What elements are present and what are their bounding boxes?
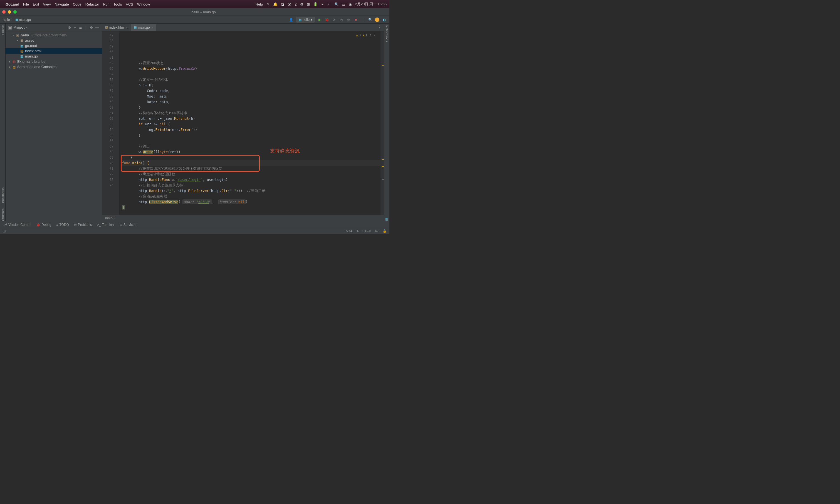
- line-number[interactable]: 71: [102, 166, 114, 172]
- line-number[interactable]: 66: [102, 138, 114, 144]
- tree-scratches[interactable]: ▸ ▤ Scratches and Consoles: [5, 64, 102, 70]
- datetime[interactable]: 2月20日 周一 16:56: [355, 2, 387, 7]
- tree-item[interactable]: ▦go.mod: [5, 43, 102, 48]
- notifications-tool-tab[interactable]: Notifications: [385, 25, 389, 42]
- chevron-right-icon[interactable]: ▸: [8, 60, 12, 63]
- line-number[interactable]: 73: [102, 177, 114, 182]
- inspections-up-icon[interactable]: ∧: [370, 33, 372, 38]
- battery-icon[interactable]: 🔋: [313, 2, 318, 6]
- bottom-tool-services[interactable]: ⊕Services: [120, 223, 136, 227]
- cluster-icon[interactable]: ⚭: [321, 2, 324, 6]
- editor-tab[interactable]: ▧index.html×: [102, 24, 131, 31]
- tree-item[interactable]: ▦main.go: [5, 54, 102, 59]
- menu-refactor[interactable]: Refactor: [85, 2, 99, 6]
- fold-strip[interactable]: [115, 31, 120, 215]
- breadcrumb-file[interactable]: main.go: [19, 18, 31, 22]
- line-number[interactable]: 56: [102, 83, 114, 88]
- code-line[interactable]: }: [122, 132, 380, 138]
- line-separator[interactable]: LF: [356, 230, 359, 233]
- editor-tab[interactable]: ▦main.go×: [131, 24, 156, 31]
- bottom-tool-debug[interactable]: 🐞Debug: [36, 223, 51, 227]
- close-tab-icon[interactable]: ×: [151, 25, 153, 30]
- close-tab-icon[interactable]: ×: [126, 25, 128, 30]
- code-line[interactable]: //将结构体转化成JSON字符串: [122, 110, 380, 116]
- line-number[interactable]: 72: [102, 172, 114, 177]
- project-tree[interactable]: ▾ ▣ hello ~/Code/goRoot/src/hello ▸▣asse…: [5, 31, 102, 221]
- select-opened-file-icon[interactable]: ⊙: [67, 25, 72, 30]
- line-number[interactable]: 47: [102, 33, 114, 38]
- tree-root[interactable]: ▾ ▣ hello ~/Code/goRoot/src/hello: [5, 33, 102, 38]
- ide-updates-icon[interactable]: [375, 18, 379, 22]
- indent-style[interactable]: Tab: [374, 230, 379, 233]
- stop-button[interactable]: ■: [353, 17, 358, 22]
- file-encoding[interactable]: UTF-8: [362, 230, 371, 233]
- menu-vcs[interactable]: VCS: [126, 2, 133, 6]
- toolbar-search-icon[interactable]: 🔍: [368, 17, 373, 22]
- db-icon[interactable]: ▥: [385, 217, 388, 221]
- line-number[interactable]: 48: [102, 38, 114, 43]
- code-line[interactable]: }: [122, 205, 380, 210]
- menu-help[interactable]: Help: [256, 2, 263, 6]
- code-line[interactable]: log.Println(err.Error()): [122, 127, 380, 132]
- run-button[interactable]: ▶: [317, 17, 322, 22]
- code-line[interactable]: //1.提供静态资源目录支持: [122, 182, 380, 188]
- menu-edit[interactable]: Edit: [33, 2, 39, 6]
- square-icon[interactable]: ◪: [281, 2, 284, 6]
- line-number[interactable]: 54: [102, 71, 114, 77]
- code-line[interactable]: [122, 210, 380, 215]
- gear-icon[interactable]: ⚙: [89, 25, 94, 30]
- bottom-tool-version-control[interactable]: ⎇Version Control: [3, 223, 31, 227]
- bell-icon[interactable]: 🔔: [273, 2, 278, 6]
- code-line[interactable]: h := H{: [122, 83, 380, 88]
- menu-navigate[interactable]: Navigate: [54, 2, 69, 6]
- line-number[interactable]: 63: [102, 122, 114, 127]
- minimize-window-button[interactable]: [8, 10, 11, 14]
- line-number[interactable]: 59: [102, 99, 114, 105]
- hide-panel-icon[interactable]: —: [94, 25, 100, 30]
- tuning-icon[interactable]: ⚙: [300, 2, 304, 6]
- tree-item[interactable]: ▸▣asset: [5, 38, 102, 43]
- readonly-lock-icon[interactable]: 🔓: [383, 229, 387, 233]
- editor-body[interactable]: 47484950515253545556575859606162636465▶6…: [102, 31, 384, 215]
- expand-all-icon[interactable]: ≡: [72, 25, 78, 30]
- line-number[interactable]: 65▶: [102, 132, 114, 138]
- line-number[interactable]: 69: [102, 155, 114, 160]
- chevron-right-icon[interactable]: ▸: [16, 39, 19, 42]
- tabs-more-icon[interactable]: ⋮: [375, 24, 384, 31]
- line-number[interactable]: 74: [102, 182, 114, 188]
- line-number[interactable]: 70: [102, 160, 114, 166]
- wechat-icon[interactable]: ⦿: [288, 2, 291, 6]
- menu-code[interactable]: Code: [73, 2, 82, 6]
- code-line[interactable]: ret, err := json.Marshal(h): [122, 116, 380, 122]
- line-number[interactable]: 62: [102, 116, 114, 122]
- user-add-icon[interactable]: 👤: [289, 17, 294, 22]
- bookmarks-tool-tab[interactable]: Bookmarks: [1, 187, 4, 203]
- ide-settings-icon[interactable]: ◧: [382, 17, 387, 22]
- line-gutter[interactable]: 47484950515253545556575859606162636465▶6…: [102, 31, 115, 215]
- code-line[interactable]: [122, 138, 380, 144]
- controls-icon[interactable]: ☲: [342, 2, 345, 6]
- code-area[interactable]: ▲3 ▲1 ∧ ∨ 支持静态资源 //设置200状态 w.WriteHeader…: [120, 31, 380, 215]
- menu-file[interactable]: File: [23, 2, 29, 6]
- code-line[interactable]: //绑定请求和处理函数: [122, 172, 380, 177]
- line-number[interactable]: 51: [102, 55, 114, 60]
- bottom-tool-todo[interactable]: ≡TODO: [56, 223, 69, 227]
- app-name[interactable]: GoLand: [5, 2, 19, 6]
- menu-run[interactable]: Run: [103, 2, 109, 6]
- maximize-window-button[interactable]: [13, 10, 17, 14]
- chevron-down-icon[interactable]: ▾: [26, 26, 28, 29]
- code-line[interactable]: w.WriteHeader(http.StatusOK): [122, 66, 380, 71]
- run-config-selector[interactable]: ▦ hello ▾: [296, 17, 315, 22]
- line-number[interactable]: 67: [102, 144, 114, 149]
- attach-button[interactable]: ⊕: [346, 17, 351, 22]
- error-stripe[interactable]: [380, 31, 384, 215]
- chevron-right-icon[interactable]: ▸: [8, 65, 12, 68]
- line-number[interactable]: 52: [102, 60, 114, 66]
- bottom-tool-problems[interactable]: ⊘Problems: [74, 223, 92, 227]
- tree-external-libraries[interactable]: ▸ ▥ External Libraries: [5, 59, 102, 64]
- profile-button[interactable]: ◔: [339, 17, 344, 22]
- siri-icon[interactable]: ◉: [349, 2, 352, 6]
- code-line[interactable]: http.Handle(⌀↘"/", http.FileServer(http.…: [122, 188, 380, 194]
- line-number[interactable]: 61: [102, 110, 114, 116]
- code-line[interactable]: Msg: msg,: [122, 94, 380, 99]
